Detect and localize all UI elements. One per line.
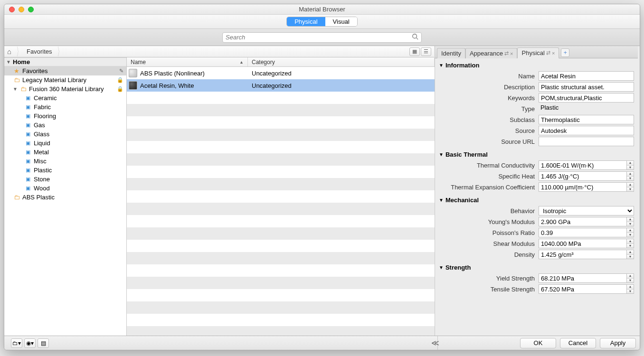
ok-button[interactable]: OK [520, 338, 556, 348]
collapse-pane-icon[interactable]: ≪ [431, 338, 437, 347]
input-keywords[interactable] [539, 93, 634, 103]
row-category: Uncategorized [248, 70, 435, 77]
row-name: ABS Plastic (Nonlinear) [140, 70, 248, 77]
label-keywords: Keywords [439, 94, 539, 102]
input-youngs-modulus[interactable] [539, 217, 626, 226]
spinner[interactable]: ▲▼ [626, 217, 634, 226]
input-density[interactable] [539, 250, 626, 259]
table-row-empty [127, 240, 435, 252]
label-density: Density [439, 251, 539, 258]
spinner[interactable]: ▲▼ [626, 273, 634, 283]
spinner[interactable]: ▲▼ [626, 160, 634, 170]
select-behavior[interactable]: Isotropic [539, 206, 634, 215]
svg-line-1 [417, 38, 418, 40]
close-icon[interactable]: × [552, 50, 555, 56]
spinner[interactable]: ▲▼ [626, 250, 634, 259]
spinner[interactable]: ▲▼ [626, 284, 634, 294]
maximize-window-button[interactable] [28, 7, 34, 12]
section-strength[interactable]: ▼Strength [439, 262, 634, 272]
input-yield-strength[interactable] [539, 273, 626, 283]
close-window-button[interactable] [9, 7, 15, 12]
tree-abs-folder[interactable]: 🗀ABS Plastic [4, 193, 126, 202]
search-input[interactable] [226, 34, 412, 41]
tree-category-ceramic[interactable]: ▣Ceramic [4, 94, 126, 103]
new-folder-button[interactable]: 🗀▾ [11, 338, 22, 348]
tree-category-liquid[interactable]: ▣Liquid [4, 139, 126, 148]
close-icon[interactable]: × [510, 51, 513, 56]
row-category: Uncategorized [248, 82, 435, 89]
tree-category-gas[interactable]: ▣Gas [4, 121, 126, 130]
spinner[interactable]: ▲▼ [626, 182, 634, 192]
tab-identity[interactable]: Identity [437, 48, 465, 58]
section-basic-thermal[interactable]: ▼Basic Thermal [439, 150, 634, 159]
input-subclass[interactable] [539, 115, 634, 124]
table-row[interactable]: Acetal Resin, White Uncategorized [127, 79, 435, 92]
breadcrumb-bar: ⌂ 〉 Favorites 〉 ▦ ☰ [4, 46, 434, 57]
label-shear-modulus: Shear Modulus [439, 240, 539, 247]
view-grid-button[interactable]: ▦ [409, 47, 420, 56]
tab-appearance[interactable]: Appearance⇄× [465, 48, 518, 58]
column-header-name[interactable]: Name▲ [127, 57, 248, 66]
table-body[interactable]: ABS Plastic (Nonlinear) Uncategorized Ac… [127, 67, 435, 336]
input-source[interactable] [539, 126, 634, 135]
table-row-empty [127, 289, 435, 301]
spinner[interactable]: ▲▼ [626, 228, 634, 237]
column-header-category[interactable]: Category [248, 57, 435, 66]
tree-category-metal[interactable]: ▣Metal [4, 148, 126, 157]
input-poissons-ratio[interactable] [539, 228, 626, 237]
tree-home[interactable]: ▼Home [4, 57, 126, 66]
search-field[interactable] [222, 32, 422, 43]
table-row-empty [127, 190, 435, 203]
breadcrumb-item[interactable]: Favorites [27, 48, 52, 55]
tree-item-label: Gas [34, 122, 45, 129]
tab-physical[interactable]: Physical⇄× [517, 47, 559, 58]
toolbar [4, 29, 640, 46]
add-tab-button[interactable]: + [561, 48, 569, 57]
mode-visual[interactable]: Visual [325, 17, 357, 26]
input-source-url[interactable] [539, 137, 634, 146]
titlebar: Material Browser [4, 4, 640, 15]
section-mechanical[interactable]: ▼Mechanical [439, 195, 634, 205]
label-specific-heat: Specific Heat [439, 173, 539, 180]
tree-category-plastic[interactable]: ▣Plastic [4, 166, 126, 175]
tree-category-fabric[interactable]: ▣Fabric [4, 103, 126, 112]
input-tensile-strength[interactable] [539, 284, 626, 294]
tree-category-misc[interactable]: ▣Misc [4, 157, 126, 166]
input-name[interactable] [539, 71, 634, 81]
label-source-url: Source URL [439, 138, 539, 145]
input-specific-heat[interactable] [539, 171, 626, 181]
table-row-empty [127, 227, 435, 240]
label-poissons-ratio: Poisson's Ratio [439, 229, 539, 236]
tree-legacy-library[interactable]: 🗀Legacy Material Library🔒 [4, 75, 126, 84]
spinner[interactable]: ▲▼ [626, 171, 634, 181]
edit-icon[interactable]: ✎ [119, 68, 123, 74]
home-icon[interactable]: ⌂ [7, 47, 11, 56]
tree-fusion360-library[interactable]: ▼🗀Fusion 360 Material Library🔒 [4, 84, 126, 94]
tree-favorites[interactable]: ★Favorites✎ [4, 66, 126, 75]
cancel-button[interactable]: Cancel [560, 338, 596, 348]
properties-scroll[interactable]: ▼Information Name Description Keywords T… [435, 58, 638, 336]
table-row-empty [127, 116, 435, 129]
mode-physical[interactable]: Physical [287, 17, 325, 26]
new-material-button[interactable]: ◉▾ [24, 338, 36, 348]
tree-category-wood[interactable]: ▣Wood [4, 184, 126, 193]
input-conductivity[interactable] [539, 160, 626, 170]
table-row-empty [127, 129, 435, 141]
library-tree[interactable]: ▼Home ★Favorites✎ 🗀Legacy Material Libra… [4, 57, 126, 336]
section-information[interactable]: ▼Information [439, 60, 634, 70]
lock-icon: 🔒 [117, 77, 123, 83]
apply-button[interactable]: Apply [600, 338, 636, 348]
tree-category-flooring[interactable]: ▣Flooring [4, 112, 126, 121]
tree-category-stone[interactable]: ▣Stone [4, 175, 126, 184]
label-name: Name [439, 73, 539, 80]
view-list-button[interactable]: ☰ [421, 47, 431, 56]
input-description[interactable] [539, 82, 634, 92]
minimize-window-button[interactable] [19, 7, 24, 12]
input-shear-modulus[interactable] [539, 239, 626, 248]
table-row[interactable]: ABS Plastic (Nonlinear) Uncategorized [127, 67, 435, 79]
spinner[interactable]: ▲▼ [626, 239, 634, 248]
input-thermal-expansion[interactable] [539, 182, 626, 192]
view-options-button[interactable]: ▤ [38, 338, 49, 348]
table-row-empty [127, 326, 435, 336]
tree-category-glass[interactable]: ▣Glass [4, 130, 126, 139]
